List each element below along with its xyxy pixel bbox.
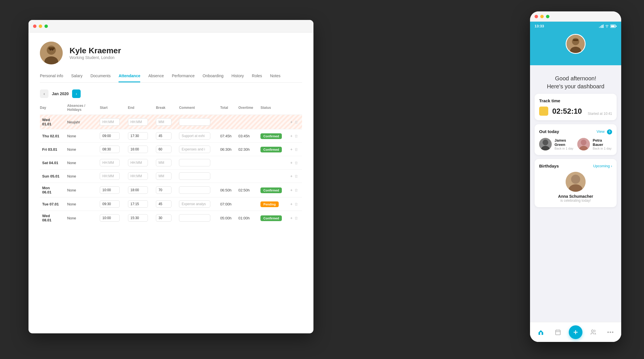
- close-dot[interactable]: [33, 25, 36, 28]
- tab-absence[interactable]: Absence: [148, 74, 164, 82]
- next-month-button[interactable]: ›: [72, 89, 81, 98]
- view-link[interactable]: View 9: [597, 129, 612, 134]
- delete-action-button[interactable]: 🗑: [294, 174, 298, 178]
- mobile-minimize-dot[interactable]: [540, 15, 544, 18]
- break-cell[interactable]: [154, 129, 177, 143]
- add-action-button[interactable]: +: [290, 160, 293, 165]
- prev-month-button[interactable]: ‹: [40, 89, 48, 98]
- break-cell[interactable]: [154, 170, 177, 183]
- nav-home-icon[interactable]: [535, 326, 547, 338]
- start-input[interactable]: [100, 132, 120, 140]
- nav-calendar-icon[interactable]: [552, 326, 564, 338]
- break-input[interactable]: [156, 214, 172, 222]
- start-cell[interactable]: [97, 197, 125, 211]
- break-cell[interactable]: [154, 115, 177, 129]
- tab-personal-info[interactable]: Personal info: [40, 74, 63, 82]
- break-cell[interactable]: [154, 197, 177, 211]
- break-input[interactable]: [156, 159, 172, 166]
- end-cell[interactable]: [126, 211, 154, 225]
- upcoming-link[interactable]: Upcoming ›: [593, 164, 612, 168]
- end-cell[interactable]: [126, 197, 154, 211]
- start-cell[interactable]: [97, 115, 125, 129]
- start-input[interactable]: [100, 214, 120, 222]
- break-input[interactable]: [156, 132, 172, 140]
- delete-action-button[interactable]: 🗑: [294, 161, 298, 165]
- start-cell[interactable]: [97, 156, 125, 170]
- end-cell[interactable]: [126, 129, 154, 143]
- end-cell[interactable]: [126, 143, 154, 156]
- start-input[interactable]: [100, 200, 120, 208]
- comment-input[interactable]: [179, 146, 210, 153]
- delete-action-button[interactable]: 🗑: [294, 134, 298, 138]
- add-action-button[interactable]: +: [290, 147, 293, 152]
- comment-input[interactable]: [179, 200, 210, 208]
- break-cell[interactable]: [154, 143, 177, 156]
- add-action-button[interactable]: +: [290, 120, 293, 124]
- comment-cell[interactable]: [177, 211, 218, 225]
- comment-cell[interactable]: [177, 183, 218, 197]
- start-input[interactable]: [100, 146, 120, 153]
- end-input[interactable]: [128, 186, 148, 194]
- break-input[interactable]: [156, 118, 172, 126]
- nav-more-icon[interactable]: [604, 326, 617, 338]
- delete-action-button[interactable]: 🗑: [294, 216, 298, 220]
- start-cell[interactable]: [97, 170, 125, 183]
- add-action-button[interactable]: +: [290, 188, 293, 192]
- tab-documents[interactable]: Documents: [90, 74, 111, 82]
- comment-cell[interactable]: [177, 129, 218, 143]
- comment-input[interactable]: [179, 118, 210, 126]
- break-input[interactable]: [156, 200, 172, 208]
- mobile-expand-dot[interactable]: [546, 15, 549, 18]
- start-input[interactable]: [100, 118, 120, 126]
- tab-notes[interactable]: Notes: [270, 74, 281, 82]
- break-cell[interactable]: [154, 156, 177, 170]
- tab-attendance[interactable]: Attendance: [119, 74, 140, 82]
- end-input[interactable]: [128, 118, 148, 126]
- break-cell[interactable]: [154, 183, 177, 197]
- add-action-button[interactable]: +: [290, 216, 293, 220]
- end-input[interactable]: [128, 146, 148, 153]
- comment-cell[interactable]: [177, 115, 218, 129]
- end-input[interactable]: [128, 172, 148, 180]
- delete-action-button[interactable]: 🗑: [294, 188, 298, 192]
- break-input[interactable]: [156, 186, 172, 194]
- comment-cell[interactable]: [177, 143, 218, 156]
- tab-onboarding[interactable]: Onboarding: [203, 74, 223, 82]
- break-input[interactable]: [156, 146, 172, 153]
- expand-dot[interactable]: [44, 25, 48, 28]
- break-cell[interactable]: [154, 211, 177, 225]
- end-input[interactable]: [128, 214, 148, 222]
- tab-performance[interactable]: Performance: [172, 74, 195, 82]
- end-cell[interactable]: [126, 170, 154, 183]
- end-input[interactable]: [128, 200, 148, 208]
- delete-action-button[interactable]: 🗑: [294, 120, 298, 124]
- start-input[interactable]: [100, 172, 120, 180]
- comment-cell[interactable]: [177, 170, 218, 183]
- end-cell[interactable]: [126, 115, 154, 129]
- end-cell[interactable]: [126, 183, 154, 197]
- break-input[interactable]: [156, 172, 172, 180]
- nav-add-button[interactable]: [569, 325, 582, 339]
- start-cell[interactable]: [97, 183, 125, 197]
- tab-salary[interactable]: Salary: [71, 74, 83, 82]
- minimize-dot[interactable]: [39, 25, 42, 28]
- mobile-close-dot[interactable]: [535, 15, 538, 18]
- comment-input[interactable]: [179, 186, 210, 194]
- delete-action-button[interactable]: 🗑: [294, 147, 298, 152]
- comment-cell[interactable]: [177, 197, 218, 211]
- start-cell[interactable]: [97, 211, 125, 225]
- nav-people-icon[interactable]: [587, 326, 600, 338]
- comment-input[interactable]: [179, 132, 210, 140]
- end-input[interactable]: [128, 159, 148, 166]
- add-action-button[interactable]: +: [290, 202, 293, 206]
- end-input[interactable]: [128, 132, 148, 140]
- start-cell[interactable]: [97, 143, 125, 156]
- start-cell[interactable]: [97, 129, 125, 143]
- comment-input[interactable]: [179, 172, 210, 180]
- tab-history[interactable]: History: [231, 74, 244, 82]
- start-input[interactable]: [100, 159, 120, 166]
- tab-roles[interactable]: Roles: [252, 74, 262, 82]
- end-cell[interactable]: [126, 156, 154, 170]
- comment-input[interactable]: [179, 214, 210, 222]
- delete-action-button[interactable]: 🗑: [294, 202, 298, 206]
